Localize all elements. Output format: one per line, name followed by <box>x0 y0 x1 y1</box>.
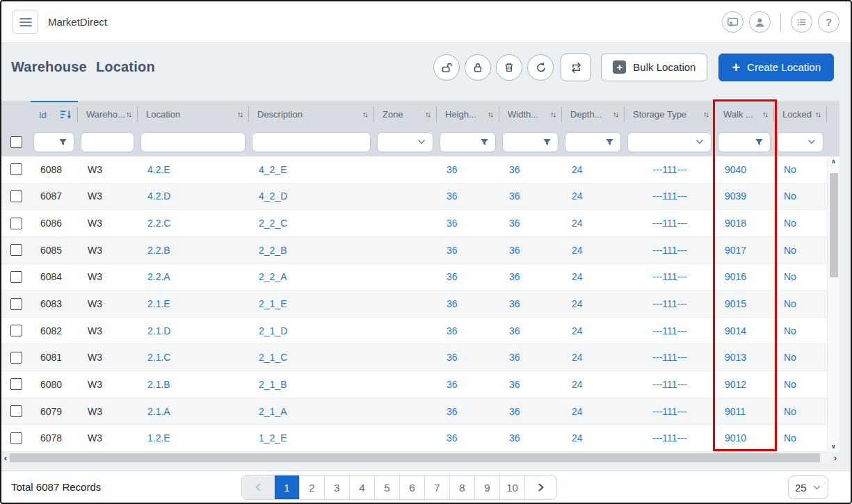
cell-width[interactable]: 36 <box>499 344 562 371</box>
cell-description[interactable]: 2_1_B <box>249 371 374 398</box>
cell-depth[interactable]: 24 <box>562 156 625 183</box>
cell-storage_type[interactable]: ---111--- <box>625 237 715 263</box>
bulk-location-button[interactable]: + Bulk Location <box>601 54 707 81</box>
vertical-scrollbar[interactable]: ∧ ∨ <box>827 156 839 452</box>
page-3[interactable]: 3 <box>324 475 349 499</box>
cell-location[interactable]: 2.1.C <box>138 344 249 371</box>
cell-depth[interactable]: 24 <box>562 264 625 291</box>
cell-height[interactable]: 36 <box>437 156 499 183</box>
cell-zone[interactable] <box>374 425 437 451</box>
cell-depth[interactable]: 24 <box>562 318 625 344</box>
cell-description[interactable]: 4_2_E <box>249 156 374 183</box>
screen-share-button[interactable] <box>722 11 744 33</box>
cell-depth[interactable]: 24 <box>562 398 625 425</box>
scroll-right-icon[interactable]: › <box>831 452 839 464</box>
column-header-width[interactable]: Width...↑↓ <box>499 101 562 127</box>
page-2[interactable]: 2 <box>299 475 324 499</box>
cell-width[interactable]: 36 <box>499 398 562 425</box>
cell-description[interactable]: 1_2_E <box>249 425 374 451</box>
cell-zone[interactable] <box>374 291 437 317</box>
cell-height[interactable]: 36 <box>437 371 499 398</box>
cell-locked[interactable]: No <box>774 210 827 236</box>
cell-description[interactable]: 2_2_A <box>249 264 374 291</box>
cell-location[interactable]: 2.1.E <box>138 291 249 317</box>
column-header-height[interactable]: Heigh...↑↓ <box>437 101 499 127</box>
page-6[interactable]: 6 <box>399 475 424 499</box>
filter-height[interactable] <box>440 132 496 152</box>
cell-locked[interactable]: No <box>774 425 827 451</box>
horizontal-scrollbar-thumb[interactable] <box>10 453 820 462</box>
cell-zone[interactable] <box>374 344 437 371</box>
cell-description[interactable]: 2_1_C <box>249 344 374 371</box>
filter-location[interactable] <box>140 132 246 152</box>
row-checkbox[interactable] <box>10 405 22 417</box>
column-header-locked[interactable]: Locked↑↓ <box>774 101 827 127</box>
table-row[interactable]: 6088W34.2.E4_2_E363624---111---9040No <box>1 156 827 184</box>
column-header-storage_type[interactable]: Storage Type↑↓ <box>625 101 715 127</box>
cell-location[interactable]: 4.2.E <box>138 156 249 183</box>
swap-button[interactable] <box>561 54 591 81</box>
row-checkbox[interactable] <box>10 352 22 364</box>
cell-storage_type[interactable]: ---111--- <box>625 184 715 210</box>
table-row[interactable]: 6084W32.2.A2_2_A363624---111---9016No <box>1 264 827 291</box>
cell-depth[interactable]: 24 <box>562 291 625 317</box>
filter-width[interactable] <box>502 132 558 152</box>
cell-locked[interactable]: No <box>774 156 827 183</box>
row-checkbox[interactable] <box>10 432 22 444</box>
page-5[interactable]: 5 <box>374 475 399 499</box>
table-row[interactable]: 6086W32.2.C2_2_C363624---111---9018No <box>1 210 827 237</box>
cell-depth[interactable]: 24 <box>562 371 625 398</box>
column-header-id[interactable]: Id <box>31 101 78 127</box>
page-8[interactable]: 8 <box>449 475 474 499</box>
scroll-up-icon[interactable]: ∧ <box>831 156 836 167</box>
cell-walk[interactable]: 9039 <box>715 184 774 210</box>
cell-location[interactable]: 2.1.A <box>138 398 249 425</box>
help-button[interactable]: ? <box>818 11 839 33</box>
cell-walk[interactable]: 9016 <box>715 264 774 291</box>
cell-location[interactable]: 2.1.B <box>138 371 249 398</box>
row-checkbox[interactable] <box>10 244 22 256</box>
cell-width[interactable]: 36 <box>499 156 562 183</box>
cell-zone[interactable] <box>374 371 437 398</box>
cell-location[interactable]: 2.2.A <box>138 264 249 291</box>
cell-storage_type[interactable]: ---111--- <box>625 264 715 291</box>
cell-locked[interactable]: No <box>774 184 827 210</box>
cell-description[interactable]: 2_1_D <box>249 318 374 344</box>
cell-zone[interactable] <box>374 210 437 236</box>
filter-walk[interactable] <box>718 132 771 152</box>
cell-zone[interactable] <box>374 318 437 344</box>
cell-location[interactable]: 4.2.D <box>138 184 249 210</box>
lock-button[interactable] <box>465 54 491 81</box>
cell-height[interactable]: 36 <box>437 184 499 210</box>
column-header-depth[interactable]: Depth...↑↓ <box>562 101 625 127</box>
cell-height[interactable]: 36 <box>437 344 499 371</box>
cell-description[interactable]: 2_1_A <box>249 398 374 425</box>
cell-walk[interactable]: 9040 <box>715 156 774 183</box>
cell-width[interactable]: 36 <box>499 264 562 291</box>
row-checkbox[interactable] <box>10 190 22 202</box>
cell-description[interactable]: 4_2_D <box>249 184 374 210</box>
filter-zone[interactable] <box>377 132 433 152</box>
filter-depth[interactable] <box>565 132 621 152</box>
create-location-button[interactable]: + Create Location <box>718 54 834 81</box>
page-9[interactable]: 9 <box>474 475 499 499</box>
cell-locked[interactable]: No <box>774 344 827 371</box>
filter-id[interactable] <box>33 132 74 152</box>
table-row[interactable]: 6083W32.1.E2_1_E363624---111---9015No <box>1 291 827 318</box>
cell-depth[interactable]: 24 <box>562 237 625 263</box>
table-row[interactable]: 6081W32.1.C2_1_C363624---111---9013No <box>1 344 827 371</box>
cell-width[interactable]: 36 <box>499 184 562 210</box>
cell-zone[interactable] <box>374 156 437 183</box>
cell-storage_type[interactable]: ---111--- <box>625 318 715 344</box>
cell-walk[interactable]: 9013 <box>715 344 774 371</box>
menu-button[interactable] <box>13 10 38 34</box>
cell-storage_type[interactable]: ---111--- <box>625 371 715 398</box>
cell-locked[interactable]: No <box>774 398 827 425</box>
prev-page-button[interactable] <box>242 475 274 499</box>
column-header-description[interactable]: Description↑↓ <box>249 101 374 127</box>
cell-description[interactable]: 2_2_C <box>249 210 374 236</box>
cell-width[interactable]: 36 <box>499 291 562 317</box>
cell-height[interactable]: 36 <box>437 291 499 317</box>
delete-button[interactable] <box>496 54 522 81</box>
cell-walk[interactable]: 9017 <box>715 237 774 263</box>
